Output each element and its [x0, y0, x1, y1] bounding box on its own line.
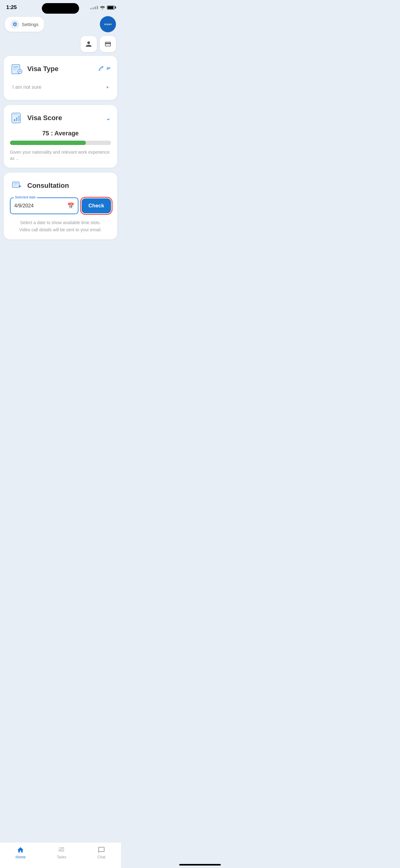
visa-type-title-group: Visa Type — [10, 62, 59, 76]
action-buttons-row — [0, 36, 121, 56]
consultation-info: Select a date to show available time slo… — [10, 219, 111, 233]
svg-rect-7 — [14, 119, 15, 121]
settings-label: Settings — [22, 22, 38, 27]
visa-type-select[interactable]: I am not sure ▾ — [10, 81, 111, 94]
visa-type-header: Visa Type — [10, 62, 111, 76]
card-button[interactable] — [100, 36, 116, 52]
status-icons — [90, 6, 115, 10]
visa-score-chevron-icon[interactable]: ⌄ — [106, 114, 111, 122]
svg-rect-9 — [18, 116, 20, 121]
visa-score-progress-bar — [10, 141, 111, 145]
consultation-header: Consultation — [10, 179, 111, 192]
header: Settings VISA — [0, 13, 121, 36]
date-field-label: Selected date — [14, 195, 37, 199]
consultation-title-group: Consultation — [10, 179, 69, 192]
svg-rect-13 — [14, 185, 17, 185]
svg-rect-2 — [13, 68, 18, 69]
visa-type-edit-icon[interactable] — [98, 65, 111, 72]
status-bar: 1:25 — [0, 0, 121, 13]
profile-button[interactable] — [80, 36, 97, 52]
date-field[interactable]: Selected date 4/9/2024 📅 — [10, 197, 78, 214]
wifi-icon — [100, 6, 105, 10]
visa-score-description: Given your nationality and relevant work… — [10, 149, 111, 161]
svg-rect-5 — [19, 71, 21, 72]
status-time: 1:25 — [6, 4, 17, 10]
calendar-icon: 📅 — [67, 203, 74, 209]
svg-rect-3 — [13, 69, 16, 70]
consultation-icon — [10, 179, 24, 192]
person-icon — [85, 41, 92, 48]
battery-icon — [107, 6, 115, 10]
visa-type-card: Visa Type I am not sure ▾ — [4, 56, 117, 100]
visa-score-value: 75 : Average — [10, 130, 111, 137]
date-row: Selected date 4/9/2024 📅 Check — [10, 197, 111, 214]
visa-logo-text: VISA — [104, 23, 112, 26]
visa-score-icon — [10, 111, 24, 125]
svg-rect-8 — [16, 117, 18, 121]
svg-rect-12 — [14, 183, 18, 184]
card-icon — [104, 41, 111, 48]
settings-button[interactable]: Settings — [5, 17, 44, 32]
visa-type-title: Visa Type — [27, 65, 59, 73]
signal-icon — [90, 6, 98, 9]
dynamic-island — [42, 3, 79, 14]
visa-score-title-group: Visa Score — [10, 111, 62, 125]
visa-type-icon — [10, 62, 24, 76]
visa-score-title: Visa Score — [27, 114, 62, 122]
date-value: 4/9/2024 — [14, 203, 33, 209]
check-button[interactable]: Check — [81, 198, 111, 213]
svg-rect-10 — [13, 114, 18, 115]
consultation-card: Consultation Selected date 4/9/2024 📅 Ch… — [4, 173, 117, 239]
consultation-info-line1: Select a date to show available time slo… — [20, 220, 101, 225]
consultation-info-line2: Video call details will be sent to your … — [19, 227, 102, 232]
visa-logo: VISA — [100, 16, 116, 32]
settings-icon — [10, 20, 19, 29]
chevron-down-icon: ▾ — [106, 85, 108, 90]
visa-score-progress-fill — [10, 141, 86, 145]
visa-score-header: Visa Score ⌄ — [10, 111, 111, 125]
consultation-title: Consultation — [27, 182, 69, 190]
visa-score-card: Visa Score ⌄ 75 : Average Given your nat… — [4, 105, 117, 168]
visa-type-value: I am not sure — [12, 85, 41, 90]
svg-rect-1 — [13, 66, 19, 67]
